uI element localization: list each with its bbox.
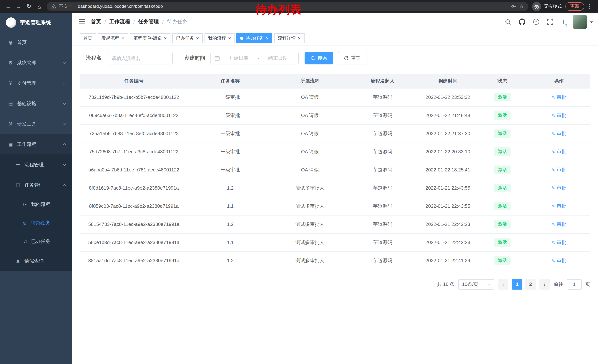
cell-initiator: 芋道源码 xyxy=(347,106,418,124)
approve-link[interactable]: 审批 xyxy=(551,203,566,209)
sidebar-menu-item[interactable]: ◉ 首页 xyxy=(0,32,72,53)
page-size-value: 10条/页 xyxy=(462,281,478,288)
column-header: 任务编号 xyxy=(80,74,188,88)
view-tab[interactable]: 我的流程 xyxy=(205,33,235,43)
search-icon[interactable] xyxy=(502,16,514,27)
font-size-icon[interactable] xyxy=(559,16,570,27)
sidebar-menu-item[interactable]: ¥ 支付管理 xyxy=(0,73,72,93)
cell-task-id: 73211d9d-7b9b-11ec-b5b7-acde48001122 xyxy=(80,88,188,106)
table-row: 8f0d1619-7ac8-11ec-a9e2-a2380e71991a 1.2… xyxy=(80,179,590,197)
approve-link[interactable]: 审批 xyxy=(551,239,566,246)
chevron-icon xyxy=(63,81,66,84)
sidebar-menu-item[interactable]: ⚒ 研发工具 xyxy=(0,114,72,134)
view-tab[interactable]: 待办任务 xyxy=(237,33,272,43)
avatar-caret-icon[interactable] xyxy=(590,21,593,24)
approve-link[interactable]: 审批 xyxy=(551,112,566,119)
approve-link[interactable]: 审批 xyxy=(551,130,566,137)
sidebar-menu-item[interactable]: ☰ 流程管理 xyxy=(0,154,72,175)
search-button[interactable]: 搜索 xyxy=(305,52,333,65)
sidebar-menu-item[interactable]: ☑ 已办任务 xyxy=(0,232,72,251)
help-icon[interactable] xyxy=(531,16,542,27)
todo-task-icon: ⊙ xyxy=(22,220,28,226)
approve-label: 审批 xyxy=(557,130,566,137)
approve-link[interactable]: 审批 xyxy=(551,185,566,191)
sidebar-menu-item[interactable]: ⚙ 系统管理 xyxy=(0,53,72,73)
cell-task-id: 725a1eb6-7b88-11ec-8ef0-acde48001122 xyxy=(80,124,188,143)
avatar[interactable] xyxy=(573,15,587,29)
approve-link[interactable]: 审批 xyxy=(551,221,566,227)
chevron-icon xyxy=(63,101,66,105)
sidebar-fold-icon[interactable] xyxy=(79,19,85,24)
breadcrumb-separator: / xyxy=(162,19,164,25)
column-header: 操作 xyxy=(527,74,590,88)
incognito-badge: 无痕模式 xyxy=(532,2,562,11)
update-button[interactable]: 更新 xyxy=(565,2,584,11)
cell-task-name: 1.1 xyxy=(188,233,273,251)
breadcrumb-item[interactable]: 首页 xyxy=(91,18,101,25)
sidebar-menu-item[interactable]: ▤ 基础设施 xyxy=(0,93,72,114)
cell-process: 测试多审批人 xyxy=(273,197,347,215)
browser-forward-icon[interactable] xyxy=(13,1,24,11)
approve-link[interactable]: 审批 xyxy=(551,94,566,101)
chevron-icon xyxy=(63,122,66,125)
tab-close-icon[interactable] xyxy=(122,36,124,41)
sidebar-menu-item[interactable]: ◫ 任务管理 xyxy=(0,175,72,195)
view-tab[interactable]: 流程表单-编辑 xyxy=(130,33,170,43)
edit-icon xyxy=(551,167,555,173)
status-badge: 激活 xyxy=(494,220,511,228)
page-number-button[interactable]: 1 xyxy=(512,279,523,289)
chevron-down-icon xyxy=(488,282,491,285)
approve-link[interactable]: 审批 xyxy=(551,257,566,264)
browser-back-icon[interactable] xyxy=(3,1,13,11)
app-logo[interactable]: 芋道管理系统 xyxy=(0,13,72,32)
tab-close-icon[interactable] xyxy=(196,36,199,41)
tab-close-icon[interactable] xyxy=(164,36,167,41)
sidebar-menu-item[interactable]: ▣ 工作流程 xyxy=(0,134,72,154)
tab-close-icon[interactable] xyxy=(266,36,269,41)
reset-button[interactable]: 重置 xyxy=(338,52,366,65)
browser-refresh-icon[interactable] xyxy=(24,1,34,11)
view-tab[interactable]: 已办任务 xyxy=(172,33,202,43)
prev-page-button[interactable] xyxy=(498,279,508,289)
approve-label: 审批 xyxy=(557,185,566,191)
cell-created: 2022-01-21 22:42:23 xyxy=(418,233,477,251)
chevron-icon xyxy=(63,184,66,187)
cell-actions: 审批 xyxy=(527,106,590,124)
sidebar-menu-item[interactable]: ⊙ 待办任务 xyxy=(0,214,72,232)
approve-link[interactable]: 审批 xyxy=(551,148,566,155)
breadcrumb-item[interactable]: 工作流程 xyxy=(109,18,130,25)
fullscreen-icon[interactable] xyxy=(545,16,556,27)
github-icon[interactable] xyxy=(516,16,528,27)
date-range-picker[interactable]: 开始日期 - 结束日期 xyxy=(210,52,299,65)
cell-initiator: 芋道源码 xyxy=(347,251,418,270)
approve-link[interactable]: 审批 xyxy=(551,166,566,173)
browser-home-icon[interactable] xyxy=(34,1,44,11)
view-tab[interactable]: 首页 xyxy=(80,33,96,43)
sidebar-menu-item[interactable]: ♟ 请假查询 xyxy=(0,251,72,271)
page-size-select[interactable]: 10条/页 xyxy=(458,279,494,289)
view-tab[interactable]: 流程详情 xyxy=(274,33,304,43)
password-key-icon[interactable] xyxy=(511,4,517,9)
sidebar-item-label: 我的流程 xyxy=(31,201,66,208)
breadcrumb-item[interactable]: 任务管理 xyxy=(138,18,159,25)
breadcrumb-item[interactable]: 待办任务 xyxy=(167,18,188,25)
view-tab[interactable]: 发起流程 xyxy=(98,33,128,43)
column-header: 任务名称 xyxy=(188,74,273,88)
dashboard-icon: ◉ xyxy=(8,40,14,45)
goto-page-input[interactable] xyxy=(567,279,582,289)
process-name-input[interactable] xyxy=(107,52,173,65)
tab-label: 已办任务 xyxy=(176,35,194,41)
approve-label: 审批 xyxy=(557,257,566,264)
page-number-button[interactable]: 2 xyxy=(525,279,536,289)
tab-close-icon[interactable] xyxy=(298,36,301,41)
approve-label: 审批 xyxy=(557,148,566,155)
browser-menu-icon[interactable] xyxy=(584,3,595,10)
sidebar-menu-item[interactable]: ⚇ 我的流程 xyxy=(0,195,72,214)
tab-label: 待办任务 xyxy=(246,35,264,41)
tab-close-icon[interactable] xyxy=(228,36,231,41)
status-badge: 激活 xyxy=(494,147,511,156)
bookmark-star-icon[interactable] xyxy=(519,3,524,9)
next-page-button[interactable] xyxy=(540,279,550,289)
process-manage-icon: ☰ xyxy=(15,162,21,167)
cell-actions: 审批 xyxy=(527,197,590,215)
